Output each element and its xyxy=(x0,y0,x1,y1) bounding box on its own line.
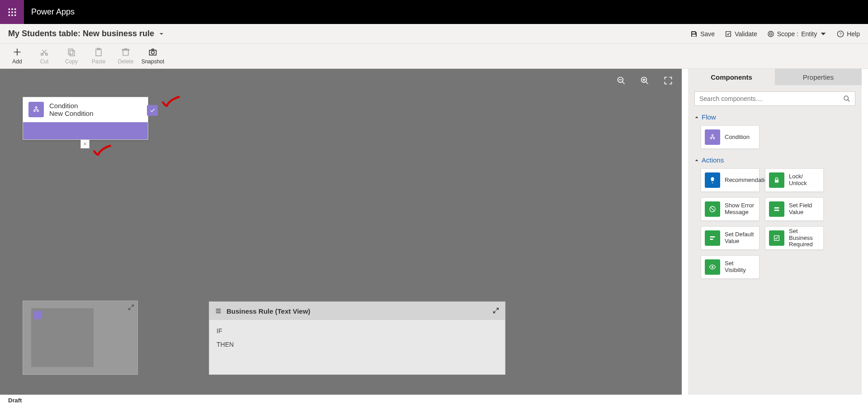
breadcrumb-text: My Students table: New business rule xyxy=(8,29,154,38)
svg-rect-36 xyxy=(710,239,713,240)
svg-point-10 xyxy=(769,33,772,35)
svg-line-29 xyxy=(848,100,849,101)
zoom-in-icon xyxy=(640,76,649,85)
textview-if: IF xyxy=(217,327,498,334)
help-button[interactable]: ? Help xyxy=(837,30,860,38)
validate-icon xyxy=(725,30,732,38)
validate-label: Validate xyxy=(735,30,757,38)
svg-line-32 xyxy=(711,208,714,211)
breadcrumb[interactable]: My Students table: New business rule xyxy=(8,29,164,38)
camera-icon xyxy=(148,48,157,57)
svg-rect-30 xyxy=(775,180,778,182)
component-set-default-value[interactable]: Set Default Value xyxy=(701,226,760,250)
svg-rect-4 xyxy=(11,11,13,13)
scope-icon xyxy=(767,30,774,38)
svg-rect-5 xyxy=(14,11,16,13)
svg-point-38 xyxy=(712,266,713,268)
annotation-check xyxy=(92,144,112,157)
error-icon xyxy=(705,201,720,217)
main-row: Condition New Condition xyxy=(0,69,868,395)
false-path-handle[interactable] xyxy=(80,139,90,148)
component-lock-unlock[interactable]: Lock/ Unlock xyxy=(765,168,824,192)
list-icon xyxy=(215,307,222,315)
search-box[interactable] xyxy=(694,91,855,106)
fit-icon xyxy=(664,76,673,85)
zoom-controls xyxy=(617,76,673,85)
component-set-business-required[interactable]: Set Business Required xyxy=(765,226,824,250)
svg-rect-33 xyxy=(774,207,779,209)
designer-canvas[interactable]: Condition New Condition xyxy=(0,69,682,395)
svg-line-25 xyxy=(646,82,648,84)
textview-panel: Business Rule (Text View) IF THEN xyxy=(209,301,505,375)
copy-button[interactable]: Copy xyxy=(58,48,85,65)
svg-rect-34 xyxy=(774,210,779,211)
recommendation-icon xyxy=(705,172,720,188)
section-flow[interactable]: Flow xyxy=(694,113,855,121)
chevron-down-icon xyxy=(159,31,164,37)
waffle-launcher[interactable] xyxy=(0,0,24,24)
delete-icon xyxy=(121,48,130,57)
cut-button[interactable]: Cut xyxy=(31,48,58,65)
paste-icon xyxy=(94,48,103,57)
field-value-icon xyxy=(769,201,784,217)
section-actions[interactable]: Actions xyxy=(694,156,855,164)
default-value-icon xyxy=(705,230,720,246)
svg-point-20 xyxy=(151,51,155,54)
svg-rect-7 xyxy=(11,14,13,16)
add-button[interactable]: Add xyxy=(4,48,31,65)
search-input[interactable] xyxy=(699,95,843,102)
validate-button[interactable]: Validate xyxy=(725,30,757,38)
minimap[interactable] xyxy=(23,301,138,375)
visibility-icon xyxy=(705,259,720,275)
delete-button[interactable]: Delete xyxy=(112,48,139,65)
collapse-icon xyxy=(694,158,699,162)
scope-selector[interactable]: Scope : Entity xyxy=(767,30,827,38)
save-button[interactable]: Save xyxy=(690,30,715,38)
toolbar: Add Cut Copy Paste Delete Snapshot xyxy=(0,44,868,69)
lock-icon xyxy=(769,172,784,188)
svg-line-22 xyxy=(623,82,625,84)
subheader: My Students table: New business rule Sav… xyxy=(0,24,868,44)
textview-popout-button[interactable] xyxy=(492,307,500,315)
save-label: Save xyxy=(700,30,715,38)
svg-rect-1 xyxy=(11,8,13,10)
help-icon: ? xyxy=(837,30,844,38)
zoom-out-button[interactable] xyxy=(617,76,626,85)
svg-rect-0 xyxy=(8,8,9,10)
condition-node-icon xyxy=(28,102,44,117)
component-set-field-value[interactable]: Set Field Value xyxy=(765,197,824,221)
tab-components[interactable]: Components xyxy=(688,69,775,85)
popout-icon xyxy=(492,307,500,314)
component-recommendation[interactable]: Recommendation xyxy=(701,168,760,192)
app-title: Power Apps xyxy=(31,7,75,17)
component-set-visibility[interactable]: Set Visibility xyxy=(701,255,760,279)
svg-text:?: ? xyxy=(840,32,842,36)
snapshot-button[interactable]: Snapshot xyxy=(139,48,166,65)
titlebar: Power Apps xyxy=(0,0,868,24)
true-path-handle[interactable] xyxy=(147,105,158,116)
cut-icon xyxy=(40,48,49,57)
annotation-check xyxy=(161,95,181,108)
svg-rect-2 xyxy=(14,8,16,10)
collapse-icon xyxy=(694,115,699,119)
svg-point-28 xyxy=(844,96,848,100)
svg-rect-35 xyxy=(710,236,715,238)
condition-icon xyxy=(705,129,720,145)
svg-rect-3 xyxy=(8,11,9,13)
search-icon xyxy=(843,95,850,102)
component-condition[interactable]: Condition xyxy=(701,125,760,149)
minimap-expand-icon[interactable] xyxy=(127,304,135,311)
paste-button[interactable]: Paste xyxy=(85,48,112,65)
copy-icon xyxy=(67,48,76,57)
fit-screen-button[interactable] xyxy=(664,76,673,85)
zoom-in-button[interactable] xyxy=(640,76,649,85)
component-show-error[interactable]: Show Error Message xyxy=(701,197,760,221)
required-icon xyxy=(769,230,784,246)
tab-properties[interactable]: Properties xyxy=(775,69,862,85)
svg-rect-16 xyxy=(70,51,75,56)
node-type: Condition xyxy=(49,102,94,110)
condition-node[interactable]: Condition New Condition xyxy=(23,97,148,140)
svg-rect-15 xyxy=(68,49,73,54)
svg-rect-8 xyxy=(14,14,16,16)
plus-icon xyxy=(13,48,22,57)
